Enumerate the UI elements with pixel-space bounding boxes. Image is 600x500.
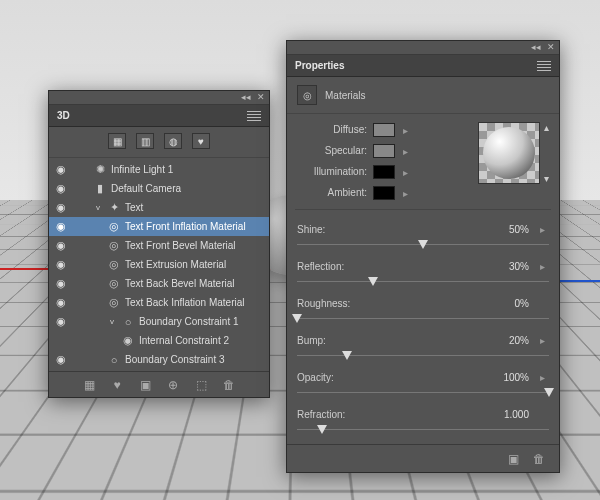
color-swatch[interactable] bbox=[373, 144, 395, 158]
item-label: Boundary Constraint 1 bbox=[139, 316, 239, 327]
item-type-icon: ◎ bbox=[107, 220, 121, 234]
visibility-eye-icon[interactable]: ◉ bbox=[53, 220, 69, 233]
visibility-eye-icon[interactable]: ◉ bbox=[53, 277, 69, 290]
visibility-eye-icon[interactable]: ◉ bbox=[53, 182, 69, 195]
slider-value[interactable]: 1.000 bbox=[479, 409, 529, 420]
slider-track[interactable] bbox=[297, 276, 549, 288]
material-preview[interactable] bbox=[478, 122, 540, 184]
visibility-eye-icon[interactable]: ◉ bbox=[53, 163, 69, 176]
item-label: Text bbox=[125, 202, 143, 213]
tree-row[interactable]: ◉v○Boundary Constraint 1 bbox=[49, 312, 269, 331]
visibility-eye-icon[interactable]: ◉ bbox=[53, 296, 69, 309]
tree-row[interactable]: ◉◎Text Front Inflation Material bbox=[49, 217, 269, 236]
slider-track[interactable] bbox=[297, 313, 549, 325]
texture-folder-icon[interactable]: ▸ bbox=[398, 165, 412, 179]
texture-folder-icon[interactable]: ▸ bbox=[398, 123, 412, 137]
panel-3d-tabbar: ◂◂ ✕ bbox=[49, 91, 269, 105]
slider-track[interactable] bbox=[297, 424, 549, 436]
tree-row[interactable]: ◉▮Default Camera bbox=[49, 179, 269, 198]
materials-subheader: ◎ Materials bbox=[287, 77, 559, 114]
slider-thumb[interactable] bbox=[292, 314, 302, 323]
collapse-icon[interactable]: ◂◂ bbox=[531, 43, 540, 52]
tree-row[interactable]: ◉◎Text Back Bevel Material bbox=[49, 274, 269, 293]
trash-icon[interactable]: 🗑 bbox=[221, 377, 237, 393]
slider-value[interactable]: 100% bbox=[479, 372, 529, 383]
texture-folder-icon[interactable]: ▸ bbox=[398, 186, 412, 200]
visibility-eye-icon[interactable]: ◉ bbox=[53, 239, 69, 252]
item-label: Default Camera bbox=[111, 183, 181, 194]
preview-up-icon[interactable]: ▴ bbox=[544, 122, 549, 133]
color-swatch[interactable] bbox=[373, 165, 395, 179]
slider-thumb[interactable] bbox=[342, 351, 352, 360]
filter-light-icon[interactable]: ♥ bbox=[192, 133, 210, 149]
tree-row[interactable]: ◉◎Text Extrusion Material bbox=[49, 255, 269, 274]
tree-row[interactable]: ◉v✦Text bbox=[49, 198, 269, 217]
slider-label: Shine: bbox=[297, 224, 325, 235]
new-light-icon[interactable]: ♥ bbox=[109, 377, 125, 393]
color-swatch[interactable] bbox=[373, 186, 395, 200]
color-label: Ambient: bbox=[328, 185, 367, 201]
close-icon[interactable]: ✕ bbox=[256, 93, 265, 102]
slider-track[interactable] bbox=[297, 239, 549, 251]
visibility-eye-icon[interactable]: ◉ bbox=[53, 201, 69, 214]
material-colors: Diffuse:Specular:Illumination:Ambient: ▸… bbox=[287, 114, 559, 205]
new-camera-icon[interactable]: ▣ bbox=[137, 377, 153, 393]
panel-menu-icon[interactable] bbox=[247, 111, 261, 121]
slider-thumb[interactable] bbox=[544, 388, 554, 397]
trash-icon[interactable]: 🗑 bbox=[531, 451, 547, 467]
color-label: Specular: bbox=[325, 143, 367, 159]
filter-scene-icon[interactable]: ▦ bbox=[108, 133, 126, 149]
texture-folder-icon[interactable]: ▸ bbox=[535, 222, 549, 236]
panel-3d: ◂◂ ✕ 3D ▦ ▥ ◍ ♥ ◉✺Infinite Light 1◉▮Defa… bbox=[48, 90, 270, 398]
slider-value[interactable]: 50% bbox=[479, 224, 529, 235]
filter-material-icon[interactable]: ◍ bbox=[164, 133, 182, 149]
color-swatch[interactable] bbox=[373, 123, 395, 137]
material-icon: ◎ bbox=[297, 85, 317, 105]
visibility-eye-icon[interactable]: ◉ bbox=[53, 258, 69, 271]
slider-label: Reflection: bbox=[297, 261, 344, 272]
render-settings-icon[interactable]: ▣ bbox=[505, 451, 521, 467]
preview-down-icon[interactable]: ▾ bbox=[544, 173, 549, 184]
slider-row: Shine: 50% ▸ bbox=[297, 216, 549, 253]
item-type-icon: ◎ bbox=[107, 296, 121, 310]
slider-thumb[interactable] bbox=[368, 277, 378, 286]
collapse-icon[interactable]: ◂◂ bbox=[241, 93, 250, 102]
item-type-icon: ◎ bbox=[107, 258, 121, 272]
texture-folder-icon[interactable]: ▸ bbox=[398, 144, 412, 158]
slider-thumb[interactable] bbox=[317, 425, 327, 434]
materials-label: Materials bbox=[325, 90, 366, 101]
slider-thumb[interactable] bbox=[418, 240, 428, 249]
ground-plane-icon[interactable]: ⬚ bbox=[193, 377, 209, 393]
filter-mesh-icon[interactable]: ▥ bbox=[136, 133, 154, 149]
tree-row[interactable]: ◉◎Text Front Bevel Material bbox=[49, 236, 269, 255]
tree-row[interactable]: ◉Internal Constraint 2 bbox=[49, 331, 269, 350]
slider-track[interactable] bbox=[297, 387, 549, 399]
slider-label: Roughness: bbox=[297, 298, 350, 309]
slider-value[interactable]: 0% bbox=[479, 298, 529, 309]
texture-folder-icon[interactable]: ▸ bbox=[535, 370, 549, 384]
panel-props-header: Properties bbox=[287, 55, 559, 77]
tree-row[interactable]: ◉✺Infinite Light 1 bbox=[49, 160, 269, 179]
close-icon[interactable]: ✕ bbox=[546, 43, 555, 52]
slider-track[interactable] bbox=[297, 350, 549, 362]
panel-menu-icon[interactable] bbox=[537, 61, 551, 71]
expand-caret-icon[interactable]: v bbox=[107, 317, 117, 326]
visibility-eye-icon[interactable]: ◉ bbox=[53, 353, 69, 366]
slider-label: Refraction: bbox=[297, 409, 345, 420]
item-label: Text Back Inflation Material bbox=[125, 297, 245, 308]
render-icon[interactable]: ▦ bbox=[81, 377, 97, 393]
texture-folder-icon[interactable]: ▸ bbox=[535, 259, 549, 273]
item-type-icon: ◎ bbox=[107, 277, 121, 291]
tree-row[interactable]: ◉◎Text Back Inflation Material bbox=[49, 293, 269, 312]
panel-properties: ◂◂ ✕ Properties ◎ Materials Diffuse:Spec… bbox=[286, 40, 560, 473]
texture-folder-icon[interactable]: ▸ bbox=[535, 333, 549, 347]
item-label: Text Front Bevel Material bbox=[125, 240, 236, 251]
slider-value[interactable]: 30% bbox=[479, 261, 529, 272]
tree-row[interactable]: ◉○Boundary Constraint 3 bbox=[49, 350, 269, 369]
slider-row: Roughness: 0% bbox=[297, 290, 549, 327]
add-object-icon[interactable]: ⊕ bbox=[165, 377, 181, 393]
expand-caret-icon[interactable]: v bbox=[93, 203, 103, 212]
panel-3d-footer: ▦ ♥ ▣ ⊕ ⬚ 🗑 bbox=[49, 371, 269, 397]
visibility-eye-icon[interactable]: ◉ bbox=[53, 315, 69, 328]
slider-value[interactable]: 20% bbox=[479, 335, 529, 346]
